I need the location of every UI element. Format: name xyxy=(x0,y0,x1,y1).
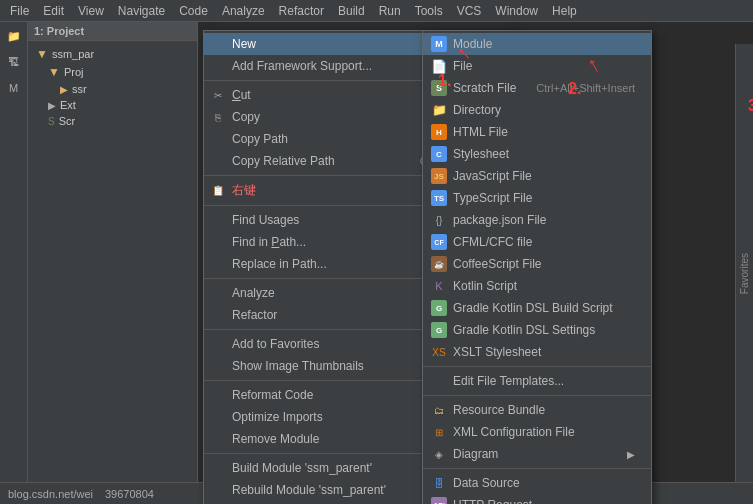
menu-item-kotlin[interactable]: K Kotlin Script xyxy=(423,275,651,297)
menu-label-add-framework: Add Framework Support... xyxy=(232,59,372,73)
project-panel: 1: Project ▼ ssm_par ▼ Proj ▶ ssr ▶ Ext … xyxy=(28,22,198,504)
separator-diagram xyxy=(423,468,651,469)
menu-label-find-usages: Find Usages xyxy=(232,213,299,227)
menu-item-resource-bundle[interactable]: 🗂 Resource Bundle xyxy=(423,399,651,421)
menu-item-stylesheet[interactable]: C Stylesheet xyxy=(423,143,651,165)
find-path-icon xyxy=(210,234,226,250)
menu-item-scratch-file[interactable]: S Scratch File Ctrl+Alt+Shift+Insert xyxy=(423,77,651,99)
menu-label-cfml: CFML/CFC file xyxy=(453,235,532,249)
scratch-shortcut: Ctrl+Alt+Shift+Insert xyxy=(536,82,635,94)
menu-label-file: File xyxy=(453,59,472,73)
favorites-bar: Favorites xyxy=(735,44,753,504)
refactor-icon xyxy=(210,307,226,323)
menu-item-http[interactable]: API HTTP Request xyxy=(423,494,651,504)
coffee-icon: ☕ xyxy=(431,256,447,272)
sidebar-project-icon[interactable]: 📁 xyxy=(4,26,24,46)
menu-item-gradle-settings[interactable]: G Gradle Kotlin DSL Settings xyxy=(423,319,651,341)
menu-label-build: Build Module 'ssm_parent' xyxy=(232,461,372,475)
menu-item-coffee[interactable]: ☕ CoffeeScript File xyxy=(423,253,651,275)
menu-label-ts: TypeScript File xyxy=(453,191,532,205)
menu-code[interactable]: Code xyxy=(173,2,214,20)
json-icon: {} xyxy=(431,212,447,228)
menu-label-directory: Directory xyxy=(453,103,501,117)
menu-label-reformat: Reformat Code xyxy=(232,388,313,402)
ide-area: 📁 🏗 M 1: Project ▼ ssm_par ▼ Proj ▶ ssr … xyxy=(0,22,753,504)
menu-item-package-json[interactable]: {} package.json File xyxy=(423,209,651,231)
tree-item-ssr[interactable]: ▶ ssr xyxy=(28,81,197,97)
menu-label-copy: Copy xyxy=(232,110,260,124)
menu-label-gradle-settings: Gradle Kotlin DSL Settings xyxy=(453,323,595,337)
edit-templates-icon xyxy=(431,373,447,389)
tree-label: ssm_par xyxy=(52,48,94,60)
menu-item-gradle-build[interactable]: G Gradle Kotlin DSL Build Script xyxy=(423,297,651,319)
menu-item-module[interactable]: M Module xyxy=(423,33,651,55)
menu-item-cfml[interactable]: CF CFML/CFC file xyxy=(423,231,651,253)
menu-label-rebuild: Rebuild Module 'ssm_parent' xyxy=(232,483,386,497)
framework-icon xyxy=(210,58,226,74)
tree-label-scr: Scr xyxy=(59,115,76,127)
tree-item-scr[interactable]: S Scr xyxy=(28,113,197,129)
copy-path-icon xyxy=(210,131,226,147)
menu-label-stylesheet: Stylesheet xyxy=(453,147,509,161)
menu-item-js[interactable]: JS JavaScript File xyxy=(423,165,651,187)
menu-label-package-json: package.json File xyxy=(453,213,546,227)
menu-analyze[interactable]: Analyze xyxy=(216,2,271,20)
cut-icon: ✂ xyxy=(210,87,226,103)
menu-label-copy-path: Copy Path xyxy=(232,132,288,146)
optimize-icon xyxy=(210,409,226,425)
menu-label-http: HTTP Request xyxy=(453,498,532,504)
copy-rel-icon xyxy=(210,153,226,169)
menu-label-module: Module xyxy=(453,37,492,51)
menu-label-cut: Cut xyxy=(232,88,251,102)
menu-refactor[interactable]: Refactor xyxy=(273,2,330,20)
menu-tools[interactable]: Tools xyxy=(409,2,449,20)
menu-view[interactable]: View xyxy=(72,2,110,20)
menu-label-paste: 右键 xyxy=(232,182,256,199)
menu-label-add-favorites: Add to Favorites xyxy=(232,337,319,351)
rebuild-icon xyxy=(210,482,226,498)
paste-icon: 📋 xyxy=(210,183,226,199)
menu-item-file[interactable]: 📄 File xyxy=(423,55,651,77)
sidebar-structure-icon[interactable]: 🏗 xyxy=(4,52,24,72)
menu-vcs[interactable]: VCS xyxy=(451,2,488,20)
menu-label-scratch-file: Scratch File xyxy=(453,81,516,95)
menu-help[interactable]: Help xyxy=(546,2,583,20)
thumbnails-icon xyxy=(210,358,226,374)
menu-label-js: JavaScript File xyxy=(453,169,532,183)
menu-item-html[interactable]: H HTML File xyxy=(423,121,651,143)
folder-icon-ssr: ▶ xyxy=(60,84,68,95)
menu-item-diagram[interactable]: ◈ Diagram ▶ xyxy=(423,443,651,465)
menu-navigate[interactable]: Navigate xyxy=(112,2,171,20)
menu-window[interactable]: Window xyxy=(489,2,544,20)
main-content: UTF-8"?> ache.org/PO 3.org/2001 tp://mav… xyxy=(198,22,753,504)
menu-edit[interactable]: Edit xyxy=(37,2,70,20)
menu-item-edit-templates[interactable]: Edit File Templates... xyxy=(423,370,651,392)
menu-build[interactable]: Build xyxy=(332,2,371,20)
gradle-settings-icon: G xyxy=(431,322,447,338)
menu-item-xml-config[interactable]: ⊞ XML Configuration File xyxy=(423,421,651,443)
menu-label-copy-rel: Copy Relative Path xyxy=(232,154,335,168)
menu-item-ts[interactable]: TS TypeScript File xyxy=(423,187,651,209)
tree-item-ssm-par[interactable]: ▼ ssm_par xyxy=(28,45,197,63)
menu-label-coffee: CoffeeScript File xyxy=(453,257,541,271)
gradle-build-icon: G xyxy=(431,300,447,316)
menu-label-optimize: Optimize Imports xyxy=(232,410,323,424)
favorites-label[interactable]: Favorites xyxy=(739,253,750,294)
sidebar-maven-icon[interactable]: M xyxy=(4,78,24,98)
menu-item-directory[interactable]: 📁 Directory xyxy=(423,99,651,121)
new-icon xyxy=(210,36,226,52)
analyze-icon xyxy=(210,285,226,301)
submenu-new: M Module 📄 File S Scratch File Ctrl+Alt+… xyxy=(422,30,652,504)
menu-run[interactable]: Run xyxy=(373,2,407,20)
tree-item-ext[interactable]: ▶ Ext xyxy=(28,97,197,113)
menu-item-xslt[interactable]: XS XSLT Stylesheet xyxy=(423,341,651,363)
xslt-icon: XS xyxy=(431,344,447,360)
file-icon-scr: S xyxy=(48,116,55,127)
tree-item-proj[interactable]: ▼ Proj xyxy=(28,63,197,81)
bottom-bar-url: blog.csdn.net/wei xyxy=(8,488,93,500)
menu-label-find-path: Find in Path... xyxy=(232,235,306,249)
menu-file[interactable]: File xyxy=(4,2,35,20)
bottom-bar-id: 39670804 xyxy=(105,488,154,500)
menu-item-data-source[interactable]: 🗄 Data Source xyxy=(423,472,651,494)
separator-xslt xyxy=(423,366,651,367)
